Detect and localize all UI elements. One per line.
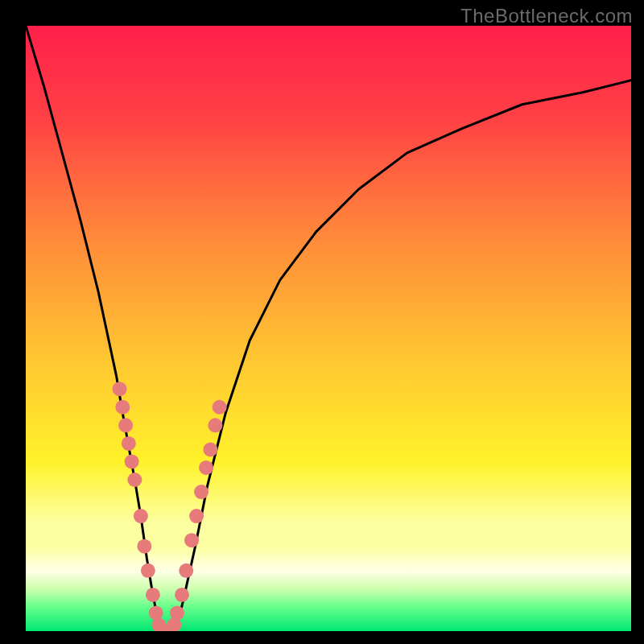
bottleneck-curve (26, 26, 631, 631)
data-marker (203, 442, 217, 456)
data-marker (122, 436, 136, 451)
data-marker (208, 418, 222, 432)
data-marker (127, 473, 142, 487)
data-marker (175, 588, 189, 602)
data-marker (213, 400, 227, 415)
data-marker (146, 588, 160, 602)
data-marker (179, 564, 193, 578)
data-marker (170, 605, 184, 620)
data-marker (113, 382, 127, 396)
data-marker (149, 605, 163, 620)
data-marker (194, 485, 208, 499)
watermark-text: TheBottleneck.com (460, 5, 633, 27)
data-marker (184, 533, 199, 547)
data-marker (141, 564, 155, 578)
plot-area (26, 26, 631, 631)
data-marker (199, 460, 213, 475)
data-marker (189, 509, 204, 523)
data-marker (134, 509, 148, 523)
data-marker (137, 539, 151, 554)
chart-svg (26, 26, 631, 631)
data-marker (118, 418, 133, 432)
data-marker (115, 400, 130, 415)
data-marker (125, 454, 139, 469)
outer-frame: TheBottleneck.com (0, 0, 644, 644)
